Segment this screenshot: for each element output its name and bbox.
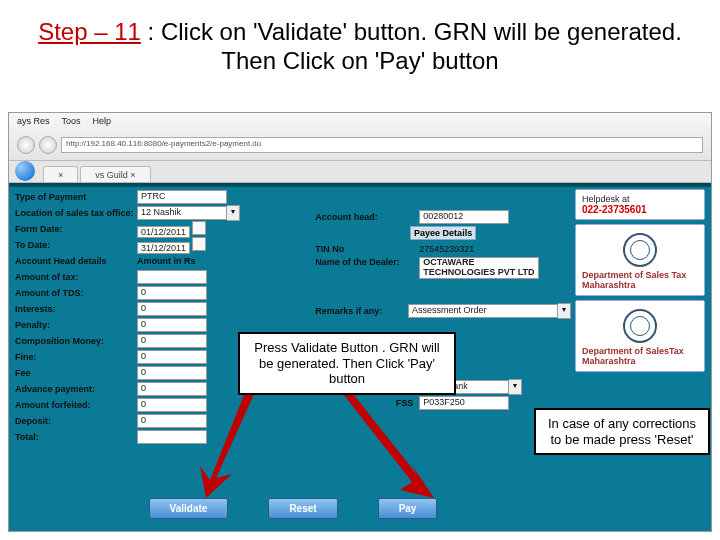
label: Fee [15,368,137,378]
arrow-to-validate [196,390,276,498]
tab-strip: × vs Guild × [9,161,711,183]
fine-input[interactable]: 0 [137,350,207,364]
label: To Date: [15,240,137,250]
label: Account head: [315,212,419,222]
seal-icon [623,309,657,343]
label: Amount of TDS: [15,288,137,298]
tab[interactable]: vs Guild × [80,166,150,182]
amount-tax-input[interactable] [137,270,207,284]
label: Penalty: [15,320,137,330]
label: Form Date: [15,224,137,234]
amount-tds-input[interactable]: 0 [137,286,207,300]
payee-details-header: Payee Details [410,226,476,240]
label: Type of Payment [15,192,137,202]
pay-button[interactable]: Pay [378,498,438,519]
label: Interests: [15,304,137,314]
forward-icon[interactable] [39,136,57,154]
label: Advance payment: [15,384,137,394]
label: Fine: [15,352,137,362]
label: Deposit: [15,416,137,426]
dept-card: Department of Sales Tax Maharashtra [575,224,705,296]
callout-main-text: Press Validate Button . GRN will be gene… [254,340,439,386]
label: TIN No [315,244,419,254]
label: Account Head details [15,256,137,266]
dept-state: Maharashtra [582,357,698,367]
remarks-select[interactable]: Assessment Order [408,304,558,318]
dept-state: Maharashtra [582,281,698,291]
dealer-name-value: OCTAWARE TECHNOLOGIES PVT LTD [419,257,539,279]
composition-input[interactable]: 0 [137,334,207,348]
label: Name of the Dealer: [315,257,419,267]
browser-menu: ays Res Toos Help [17,116,111,126]
menu-item[interactable]: Help [93,116,112,126]
penalty-input[interactable]: 0 [137,318,207,332]
fee-input[interactable]: 0 [137,366,207,380]
button-bar: Validate Reset Pay [15,498,571,519]
callout-reset: In case of any corrections to be made pr… [534,408,710,455]
label: Remarks if any: [315,306,408,316]
slide-title: Step – 11 : Click on 'Validate' button. … [0,0,720,84]
menu-item[interactable]: ays Res [17,116,50,126]
reset-button[interactable]: Reset [268,498,337,519]
label: Composition Money: [15,336,137,346]
svg-marker-1 [340,390,434,498]
url-bar[interactable]: http://192.168.40.116:8080/e-payments2/e… [61,137,703,153]
sidebar: Helpdesk at 022-23735601 Department of S… [575,189,705,525]
step-label: Step – 11 [38,18,141,45]
label: Amount in Rs [137,256,259,266]
dept-card-2: Department of SalesTax Maharashtra [575,300,705,372]
menu-item[interactable]: Toos [62,116,81,126]
validate-button[interactable]: Validate [149,498,229,519]
label: Location of sales tax office: [15,208,137,218]
svg-marker-0 [200,390,256,498]
browser-toolbar: ays Res Toos Help http://192.168.40.116:… [9,113,711,161]
arrow-to-pay [330,390,440,498]
to-date-input[interactable]: 31/12/2011 [137,242,190,254]
helpdesk-number: 022-23735601 [582,204,698,215]
callout-reset-text: In case of any corrections to be made pr… [548,416,696,447]
tab[interactable]: × [43,166,78,182]
account-head-value: 00280012 [419,210,509,224]
tin-value: 27545239321 [419,244,474,254]
type-of-payment-value: PTRC [137,190,227,204]
label: Amount of tax: [15,272,137,282]
helpdesk-card: Helpdesk at 022-23735601 [575,189,705,220]
seal-icon [623,233,657,267]
location-select[interactable]: 12 Nashik [137,206,227,220]
label: Amount forfeited: [15,400,137,410]
label: Total: [15,432,137,442]
interests-input[interactable]: 0 [137,302,207,316]
back-icon[interactable] [17,136,35,154]
title-rest: : Click on 'Validate' button. GRN will b… [141,18,682,74]
helpdesk-label: Helpdesk at [582,194,698,204]
callout-main: Press Validate Button . GRN will be gene… [238,332,456,395]
